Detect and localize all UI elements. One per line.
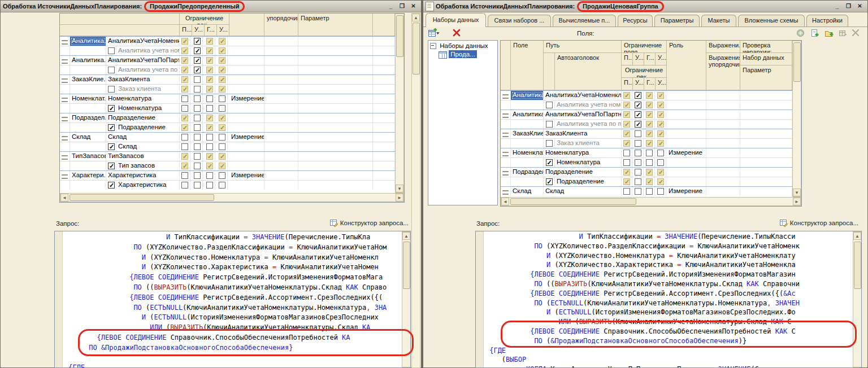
cell[interactable] <box>740 120 792 129</box>
cell-role[interactable]: Измерение <box>229 171 264 180</box>
cell[interactable] <box>644 168 655 177</box>
scrollbar-thumb[interactable] <box>413 23 420 75</box>
checkbox[interactable] <box>206 153 213 160</box>
cell[interactable] <box>740 187 792 196</box>
column-header[interactable]: Выражения упорядочив... <box>706 53 740 90</box>
field-row[interactable]: СкладСкладИзмерение <box>60 132 395 142</box>
cell[interactable] <box>656 120 666 129</box>
cell-field[interactable]: Номенклат... <box>70 94 106 103</box>
checkbox[interactable] <box>181 47 188 54</box>
cell[interactable] <box>205 142 215 151</box>
checkbox[interactable] <box>657 169 664 176</box>
cell[interactable] <box>622 158 632 167</box>
cell-role[interactable] <box>229 75 264 84</box>
column-header[interactable] <box>60 25 180 36</box>
cell[interactable] <box>656 148 666 157</box>
row-grip-icon[interactable] <box>501 129 511 138</box>
cell[interactable] <box>501 120 511 129</box>
cell[interactable] <box>644 91 655 100</box>
checkbox[interactable] <box>181 38 188 45</box>
cell[interactable] <box>740 158 792 167</box>
cell[interactable] <box>264 65 298 75</box>
field-row[interactable]: Аналитика...АналитикаУчетаПоПартне... <box>60 55 395 65</box>
field-row[interactable]: Номенклат...НоменклатураИзмерение <box>60 94 395 103</box>
cell[interactable] <box>501 139 511 148</box>
checkbox[interactable] <box>623 169 630 176</box>
cell[interactable] <box>740 168 792 177</box>
cell[interactable] <box>644 158 655 167</box>
checkbox[interactable] <box>108 86 115 93</box>
cell-path[interactable]: Подразделение <box>544 168 622 177</box>
scrollbar-thumb[interactable] <box>510 198 636 205</box>
cell[interactable] <box>217 85 228 94</box>
checkbox[interactable] <box>657 121 664 128</box>
cell[interactable] <box>205 37 215 46</box>
cell-path[interactable]: Номенклатура <box>544 148 622 157</box>
cell[interactable] <box>298 56 373 65</box>
checkbox[interactable] <box>546 159 553 166</box>
column-header[interactable]: Параметр <box>740 65 792 90</box>
cell[interactable] <box>644 148 655 157</box>
checkbox[interactable] <box>546 102 553 108</box>
scroll-left-icon[interactable]: ◄ <box>60 194 68 201</box>
cell[interactable] <box>180 37 190 46</box>
vertical-scrollbar[interactable]: ▲ <box>402 231 411 367</box>
checkbox[interactable] <box>108 47 115 54</box>
cell-path[interactable]: Номенклатура <box>106 94 180 103</box>
checkbox[interactable] <box>219 115 225 121</box>
cell[interactable] <box>633 158 644 167</box>
cell-field[interactable]: Аналитика... <box>511 91 544 100</box>
row-grip-icon[interactable] <box>60 152 70 161</box>
cell[interactable] <box>217 75 228 84</box>
checkbox[interactable] <box>219 182 225 189</box>
cell[interactable] <box>106 181 116 190</box>
checkbox[interactable] <box>194 134 201 141</box>
checkbox[interactable] <box>194 67 201 73</box>
checkbox[interactable] <box>546 140 553 147</box>
cell-path[interactable]: ЗаказКлиента <box>544 129 622 138</box>
cell[interactable] <box>656 168 666 177</box>
column-header[interactable]: Ограничение рек... <box>622 65 667 78</box>
checkbox[interactable] <box>206 76 213 83</box>
cell[interactable] <box>373 94 395 103</box>
cell[interactable] <box>205 75 215 84</box>
cell[interactable] <box>373 161 395 170</box>
query-builder-link[interactable]: Конструктор запроса... <box>780 219 858 227</box>
cell-path[interactable]: Подразделение <box>106 113 180 122</box>
scroll-down-icon[interactable]: ▼ <box>793 189 801 196</box>
checkbox[interactable] <box>657 188 664 195</box>
row-grip-icon[interactable] <box>501 187 511 196</box>
cell[interactable] <box>298 133 373 142</box>
column-header[interactable]: Г... <box>644 78 656 90</box>
checkbox[interactable] <box>657 178 664 185</box>
cell[interactable] <box>229 181 264 190</box>
checkbox[interactable] <box>206 105 213 112</box>
row-grip-icon[interactable] <box>60 113 70 122</box>
cell[interactable] <box>373 142 395 151</box>
cell[interactable] <box>644 139 655 148</box>
cell[interactable] <box>706 158 740 167</box>
checkbox[interactable] <box>206 86 213 93</box>
checkbox[interactable] <box>635 159 641 166</box>
checkbox[interactable] <box>635 102 641 108</box>
scrollbar-thumb[interactable] <box>396 15 403 57</box>
cell[interactable] <box>706 129 740 138</box>
checkbox[interactable] <box>219 67 225 73</box>
cell[interactable] <box>264 113 298 122</box>
query-builder-link[interactable]: Конструктор запроса... <box>330 219 409 227</box>
cell-field[interactable]: Подраздел... <box>70 113 106 122</box>
cell[interactable] <box>264 152 298 161</box>
cell[interactable] <box>192 37 203 46</box>
cell[interactable] <box>70 142 106 151</box>
checkbox[interactable] <box>181 134 188 141</box>
cell[interactable] <box>373 37 395 46</box>
cell[interactable] <box>633 168 644 177</box>
cell[interactable] <box>373 65 395 75</box>
cell[interactable] <box>544 158 555 167</box>
cell[interactable] <box>217 113 228 122</box>
cell[interactable] <box>192 75 203 84</box>
column-header[interactable]: Поле <box>511 41 544 90</box>
cell[interactable] <box>656 158 666 167</box>
checkbox[interactable] <box>181 124 188 131</box>
checkbox[interactable] <box>646 169 653 176</box>
